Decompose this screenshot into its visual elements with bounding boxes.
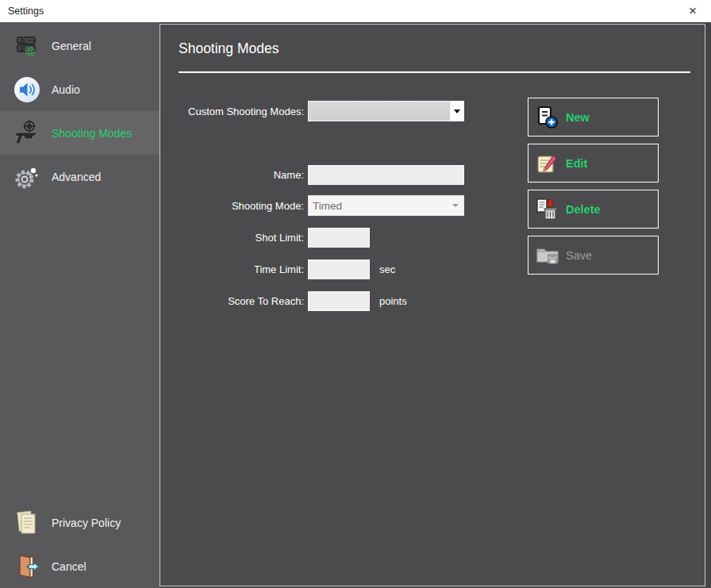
sidebar-item-cancel[interactable]: Cancel xyxy=(0,544,159,588)
time-limit-unit: sec xyxy=(379,263,395,275)
shot-limit-label: Shot Limit: xyxy=(160,232,304,244)
page-title: Shooting Modes xyxy=(179,40,279,57)
custom-modes-dropdown[interactable] xyxy=(308,101,464,121)
custom-modes-row: Custom Shooting Modes: xyxy=(160,101,464,121)
speaker-icon xyxy=(13,75,41,104)
dropdown-arrow-button[interactable] xyxy=(449,102,463,121)
edit-button[interactable]: Edit xyxy=(528,144,659,183)
custom-modes-dropdown-value xyxy=(309,102,449,121)
chevron-down-icon xyxy=(454,110,460,113)
titlebar: Settings × xyxy=(0,0,711,22)
new-document-icon xyxy=(535,105,560,130)
edit-button-label: Edit xyxy=(566,157,587,170)
sidebar-item-label: Privacy Policy xyxy=(52,517,121,529)
chevron-down-icon xyxy=(452,204,459,207)
shooting-mode-dropdown-value: Timed xyxy=(309,200,452,212)
name-field[interactable] xyxy=(308,165,464,185)
server-gear-icon xyxy=(13,32,41,60)
new-button-label: New xyxy=(566,111,590,124)
shooting-mode-dropdown[interactable]: Timed xyxy=(308,195,464,216)
sidebar: General Audio xyxy=(0,22,159,588)
sidebar-item-audio[interactable]: Audio xyxy=(0,67,159,111)
save-button-label: Save xyxy=(566,249,592,262)
time-limit-label: Time Limit: xyxy=(160,263,304,275)
document-icon xyxy=(13,509,41,537)
delete-button[interactable]: Delete xyxy=(528,190,659,229)
exit-door-icon xyxy=(13,552,41,581)
score-row: Score To Reach: points xyxy=(160,290,407,311)
sidebar-item-label: Cancel xyxy=(52,560,86,573)
pistol-target-icon xyxy=(13,119,41,148)
edit-pencil-icon xyxy=(535,151,560,176)
sidebar-item-label: General xyxy=(52,40,91,52)
sidebar-item-general[interactable]: General xyxy=(0,24,159,67)
save-folder-icon xyxy=(535,243,560,268)
delete-button-label: Delete xyxy=(566,203,601,216)
sidebar-item-label: Shooting Modes xyxy=(52,127,132,140)
main-area: Shooting Modes Custom Shooting Modes: Na… xyxy=(159,22,711,588)
close-icon[interactable]: × xyxy=(674,0,711,22)
save-button[interactable]: Save xyxy=(528,236,659,275)
time-limit-row: Time Limit: sec xyxy=(160,259,395,279)
delete-trash-icon xyxy=(535,197,560,222)
score-field[interactable] xyxy=(308,291,370,311)
sidebar-item-privacy-policy[interactable]: Privacy Policy xyxy=(0,501,159,544)
new-button[interactable]: New xyxy=(528,98,659,136)
time-limit-field[interactable] xyxy=(308,259,370,279)
gear-icon xyxy=(13,163,41,191)
custom-modes-label: Custom Shooting Modes: xyxy=(160,106,304,117)
shooting-modes-panel: Shooting Modes Custom Shooting Modes: Na… xyxy=(159,24,705,586)
score-unit: points xyxy=(379,295,407,307)
sidebar-item-shooting-modes[interactable]: Shooting Modes xyxy=(0,111,159,155)
name-row: Name: xyxy=(160,164,464,185)
shot-limit-field[interactable] xyxy=(308,228,370,248)
sidebar-spacer xyxy=(0,198,159,501)
shooting-mode-row: Shooting Mode: Timed xyxy=(160,195,464,216)
sidebar-item-label: Advanced xyxy=(52,171,101,183)
shooting-mode-label: Shooting Mode: xyxy=(160,200,304,212)
name-label: Name: xyxy=(160,169,304,181)
window-title: Settings xyxy=(8,6,44,17)
title-divider xyxy=(179,71,690,73)
settings-window: Settings × xyxy=(0,0,711,588)
score-label: Score To Reach: xyxy=(160,295,304,307)
content: General Audio xyxy=(0,22,711,588)
sidebar-item-label: Audio xyxy=(52,83,80,96)
shot-limit-row: Shot Limit: xyxy=(160,227,370,248)
sidebar-item-advanced[interactable]: Advanced xyxy=(0,155,159,198)
